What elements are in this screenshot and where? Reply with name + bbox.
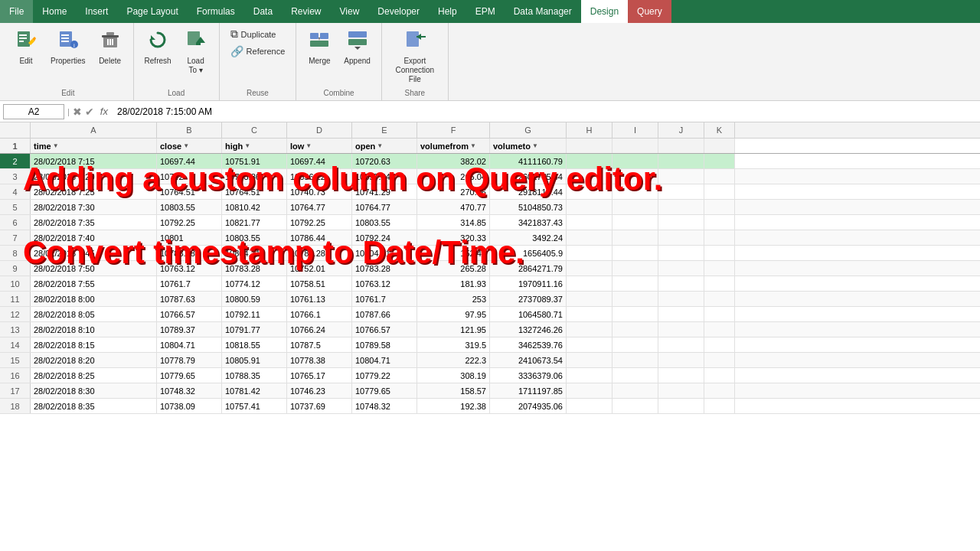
cell-i-4[interactable] <box>612 184 658 199</box>
cell-k-9[interactable] <box>704 261 735 276</box>
cell-f-6[interactable]: 314.85 <box>417 215 490 230</box>
table-row[interactable]: 13 28/02/2018 8:10 10789.37 10791.77 107… <box>0 322 980 337</box>
table-row[interactable]: 17 28/02/2018 8:30 10748.32 10781.42 107… <box>0 383 980 399</box>
cell-i-14[interactable] <box>612 337 658 352</box>
cell-k-10[interactable] <box>704 276 735 291</box>
col-header-i[interactable]: I <box>612 122 658 138</box>
cell-b-16[interactable]: 10779.65 <box>157 368 222 383</box>
cell-j-14[interactable] <box>658 337 704 352</box>
table-row[interactable]: 14 28/02/2018 8:15 10804.71 10818.55 107… <box>0 337 980 353</box>
filter-arrow-a[interactable]: ▼ <box>53 142 59 149</box>
table-row[interactable]: 5 28/02/2018 7:30 10803.55 10810.42 1076… <box>0 200 980 215</box>
cell-b-17[interactable]: 10748.32 <box>157 383 222 398</box>
cell-g-12[interactable]: 1064580.71 <box>490 307 567 321</box>
cell-g-17[interactable]: 1711197.85 <box>490 383 567 398</box>
cell-e-9[interactable]: 10783.28 <box>352 261 417 276</box>
cell-f-4[interactable]: 270.46 <box>417 184 490 199</box>
cell-f-5[interactable]: 470.77 <box>417 200 490 214</box>
cell-c-16[interactable]: 10788.35 <box>222 368 287 383</box>
cell-d-7[interactable]: 10786.44 <box>287 230 352 245</box>
cell-h-10[interactable] <box>567 276 612 291</box>
cell-j-6[interactable] <box>658 215 704 230</box>
cell-c-12[interactable]: 10792.11 <box>222 307 287 321</box>
cell-b-6[interactable]: 10792.25 <box>157 215 222 230</box>
cell-g-4[interactable]: 2918119.44 <box>490 184 567 199</box>
cell-e-8[interactable]: 10804.71 <box>352 246 417 260</box>
table-row[interactable]: 16 28/02/2018 8:25 10779.65 10788.35 107… <box>0 368 980 383</box>
header-i[interactable] <box>612 139 658 153</box>
cell-j-9[interactable] <box>658 261 704 276</box>
cell-i-9[interactable] <box>612 261 658 276</box>
cell-h-12[interactable] <box>567 307 612 321</box>
cell-e-18[interactable]: 10748.32 <box>352 399 417 413</box>
cell-a-2[interactable]: 28/02/2018 7:15 <box>31 154 157 168</box>
menu-home[interactable]: Home <box>33 0 76 23</box>
cell-e-2[interactable]: 10720.63 <box>352 154 417 168</box>
table-row[interactable]: 3 28/02/2018 7:20 10742 10743.86 10696.2… <box>0 169 980 184</box>
cell-f-9[interactable]: 265.28 <box>417 261 490 276</box>
cell-d-14[interactable]: 10787.5 <box>287 337 352 352</box>
cell-d-16[interactable]: 10765.17 <box>287 368 352 383</box>
cell-f-11[interactable]: 253 <box>417 292 490 306</box>
table-row[interactable]: 4 28/02/2018 7:25 10764.51 10764.51 1074… <box>0 184 980 200</box>
cell-d-4[interactable]: 10740.73 <box>287 184 352 199</box>
filter-arrow-c[interactable]: ▼ <box>244 142 250 149</box>
cell-h-13[interactable] <box>567 322 612 337</box>
cell-j-8[interactable] <box>658 246 704 260</box>
cell-g-11[interactable]: 2737089.37 <box>490 292 567 306</box>
cell-j-11[interactable] <box>658 292 704 306</box>
cell-a-6[interactable]: 28/02/2018 7:35 <box>31 215 157 230</box>
cell-g-2[interactable]: 4111160.79 <box>490 154 567 168</box>
filter-arrow-e[interactable]: ▼ <box>377 142 383 149</box>
cell-j-18[interactable] <box>658 399 704 413</box>
table-row[interactable]: 10 28/02/2018 7:55 10761.7 10774.12 1075… <box>0 276 980 292</box>
cell-a-10[interactable]: 28/02/2018 7:55 <box>31 276 157 291</box>
cell-f-14[interactable]: 319.5 <box>417 337 490 352</box>
cell-d-12[interactable]: 10766.1 <box>287 307 352 321</box>
cell-h-18[interactable] <box>567 399 612 413</box>
cell-f-3[interactable]: 265.04 <box>417 169 490 184</box>
table-row[interactable]: 8 28/02/2018 7:45 10783.28 10804.71 1078… <box>0 246 980 261</box>
cell-b-12[interactable]: 10766.57 <box>157 307 222 321</box>
cell-i-16[interactable] <box>612 368 658 383</box>
cell-e-11[interactable]: 10761.7 <box>352 292 417 306</box>
cell-i-6[interactable] <box>612 215 658 230</box>
cell-a-7[interactable]: 28/02/2018 7:40 <box>31 230 157 245</box>
cell-f-10[interactable]: 181.93 <box>417 276 490 291</box>
cell-c-18[interactable]: 10757.41 <box>222 399 287 413</box>
cell-a-4[interactable]: 28/02/2018 7:25 <box>31 184 157 199</box>
cell-k-12[interactable] <box>704 307 735 321</box>
cell-g-18[interactable]: 2074935.06 <box>490 399 567 413</box>
table-row[interactable]: 6 28/02/2018 7:35 10792.25 10821.77 1079… <box>0 215 980 230</box>
cell-b-18[interactable]: 10738.09 <box>157 399 222 413</box>
col-header-a[interactable]: A <box>31 122 157 138</box>
header-time[interactable]: time ▼ <box>31 139 157 153</box>
merge-button[interactable]: Merge <box>302 26 336 69</box>
cell-k-11[interactable] <box>704 292 735 306</box>
cell-j-15[interactable] <box>658 353 704 367</box>
cell-e-16[interactable]: 10779.22 <box>352 368 417 383</box>
reference-button[interactable]: 🔗 Reference <box>226 44 290 59</box>
cell-j-13[interactable] <box>658 322 704 337</box>
cell-a-8[interactable]: 28/02/2018 7:45 <box>31 246 157 260</box>
cell-k-18[interactable] <box>704 399 735 413</box>
cell-e-17[interactable]: 10779.65 <box>352 383 417 398</box>
col-header-k[interactable]: K <box>704 122 735 138</box>
confirm-icon[interactable]: ✔ <box>85 106 94 118</box>
menu-data-manager[interactable]: Data Manager <box>505 0 581 23</box>
cell-j-3[interactable] <box>658 169 704 184</box>
cell-i-18[interactable] <box>612 399 658 413</box>
cell-i-17[interactable] <box>612 383 658 398</box>
table-row[interactable]: 12 28/02/2018 8:05 10766.57 10792.11 107… <box>0 307 980 322</box>
cell-i-12[interactable] <box>612 307 658 321</box>
cell-e-14[interactable]: 10789.58 <box>352 337 417 352</box>
cell-h-17[interactable] <box>567 383 612 398</box>
cell-j-2[interactable] <box>658 154 704 168</box>
cell-f-18[interactable]: 192.38 <box>417 399 490 413</box>
cell-c-11[interactable]: 10800.59 <box>222 292 287 306</box>
cell-g-13[interactable]: 1327246.26 <box>490 322 567 337</box>
cell-i-7[interactable] <box>612 230 658 245</box>
cell-h-11[interactable] <box>567 292 612 306</box>
cell-i-11[interactable] <box>612 292 658 306</box>
cell-a-9[interactable]: 28/02/2018 7:50 <box>31 261 157 276</box>
